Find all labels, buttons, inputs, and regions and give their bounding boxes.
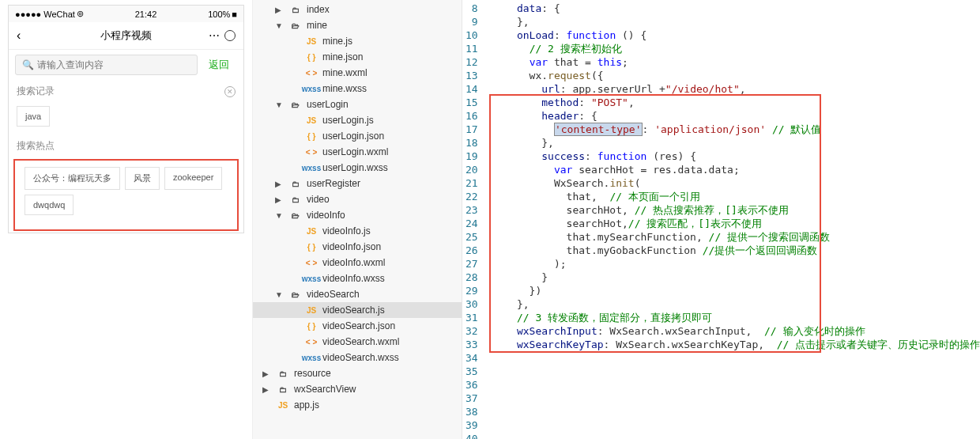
json-icon: { } — [300, 53, 322, 62]
menu-dots-icon[interactable]: ⋯ — [209, 29, 220, 42]
code-line[interactable]: var that = this; — [486, 55, 980, 69]
file-tree[interactable]: ▶🗀index▼🗁mineJSmine.js{ }mine.json< >min… — [253, 0, 462, 439]
code-line[interactable]: onLoad: function () { — [486, 28, 980, 42]
wxss-icon: wxss — [300, 354, 322, 362]
gutter: 8910111213141516171819202122232425262728… — [462, 0, 486, 439]
file-item[interactable]: < >userLogin.wxml — [253, 144, 462, 160]
file-item[interactable]: { }mine.json — [253, 49, 462, 65]
toggle-icon[interactable]: ▶ — [262, 369, 272, 378]
file-item[interactable]: wxssvideoInfo.wxss — [253, 271, 462, 286]
folder-item[interactable]: ▼🗁userLogin — [253, 97, 462, 112]
file-item[interactable]: < >videoSearch.wxml — [253, 334, 462, 350]
code-line[interactable]: data: { — [486, 2, 980, 15]
code-line[interactable]: searchHot,// 搜索匹配，[]表示不使用 — [486, 217, 980, 230]
file-item[interactable]: JSvideoSearch.js — [253, 302, 462, 318]
folder-icon: 🗀 — [272, 385, 294, 394]
return-button[interactable]: 返回 — [201, 55, 237, 75]
file-item[interactable]: { }userLogin.json — [253, 128, 462, 144]
code-line[interactable]: WxSearch.init( — [486, 176, 980, 190]
search-input-wrap[interactable]: 🔍 — [15, 55, 198, 75]
code-line[interactable]: }) — [486, 284, 980, 297]
file-label: index — [307, 4, 330, 15]
code-line[interactable]: method: "POST", — [486, 96, 980, 109]
toggle-icon[interactable]: ▼ — [275, 21, 285, 30]
tag-item[interactable]: zookeeper — [164, 167, 222, 190]
code-line[interactable]: url: app.serverUrl +"/video/hot", — [486, 82, 980, 96]
file-label: videoSearch.json — [322, 320, 395, 331]
wxss-icon: wxss — [300, 164, 322, 172]
toggle-icon[interactable]: ▶ — [275, 6, 285, 14]
code-line[interactable]: success: function (res) { — [486, 149, 980, 163]
code-line[interactable]: } — [486, 271, 980, 284]
history-header: 搜索记录 ✕ — [9, 80, 243, 103]
code-line[interactable]: ); — [486, 257, 980, 271]
folder-item[interactable]: ▶🗀userRegister — [253, 176, 462, 191]
folder-item[interactable]: ▼🗁mine — [253, 17, 462, 33]
file-label: wxSearchView — [294, 384, 356, 395]
hot-label: 搜索热点 — [17, 139, 55, 153]
battery-icon: ■ — [232, 9, 237, 19]
folder-item[interactable]: ▶🗀wxSearchView — [253, 381, 462, 397]
file-label: videoSearch.js — [322, 305, 385, 316]
code-line[interactable]: // 3 转发函数，固定部分，直接拷贝即可 — [486, 311, 980, 324]
search-icon: 🔍 — [22, 59, 34, 70]
toggle-icon[interactable]: ▼ — [275, 100, 285, 109]
file-item[interactable]: < >videoInfo.wxml — [253, 255, 462, 271]
folder-item[interactable]: ▶🗀video — [253, 191, 462, 207]
file-item[interactable]: wxssuserLogin.wxss — [253, 160, 462, 176]
search-row: 🔍 返回 — [9, 50, 243, 80]
code-editor[interactable]: 8910111213141516171819202122232425262728… — [462, 0, 980, 439]
tag-item[interactable]: 风景 — [125, 167, 160, 190]
code-line[interactable]: wx.request({ — [486, 69, 980, 82]
code-line[interactable]: }, — [486, 297, 980, 311]
code-line[interactable]: // 2 搜索栏初始化 — [486, 42, 980, 55]
code-line[interactable]: header: { — [486, 109, 980, 123]
search-input[interactable] — [37, 59, 190, 70]
file-item[interactable]: JSvideoInfo.js — [253, 223, 462, 239]
clear-history-icon[interactable]: ✕ — [224, 86, 236, 97]
file-item[interactable]: JSuserLogin.js — [253, 112, 462, 128]
file-label: userLogin.js — [322, 115, 374, 126]
folder-icon: 🗀 — [285, 6, 307, 14]
file-item[interactable]: < >mine.wxml — [253, 65, 462, 81]
code-body[interactable]: data: { }, onLoad: function () { // 2 搜索… — [486, 0, 980, 439]
file-item[interactable]: wxssvideoSearch.wxss — [253, 350, 462, 365]
file-label: userLogin.wxml — [322, 146, 388, 157]
code-line[interactable]: that.myGobackFunction //提供一个返回回调函数 — [486, 244, 980, 257]
folder-item[interactable]: ▶🗀resource — [253, 365, 462, 381]
toggle-icon[interactable]: ▶ — [262, 385, 272, 394]
json-icon: { } — [300, 322, 322, 331]
target-icon[interactable] — [224, 30, 236, 41]
folder-item[interactable]: ▶🗀index — [253, 2, 462, 17]
code-line[interactable]: 'content-type': 'application/json' // 默认… — [486, 123, 980, 136]
folder-item[interactable]: ▼🗁videoInfo — [253, 207, 462, 223]
file-item[interactable]: JSmine.js — [253, 33, 462, 49]
toggle-icon[interactable]: ▼ — [275, 211, 285, 220]
folder-item[interactable]: ▼🗁videoSearch — [253, 286, 462, 302]
toggle-icon[interactable]: ▶ — [275, 180, 285, 188]
toggle-icon[interactable]: ▶ — [275, 195, 285, 204]
code-line[interactable]: wxSearchInput: WxSearch.wxSearchInput, /… — [486, 324, 980, 338]
file-item[interactable]: JSapp.js — [253, 397, 462, 413]
code-line[interactable]: searchHot, // 热点搜索推荐，[]表示不使用 — [486, 203, 980, 217]
file-item[interactable]: { }videoInfo.json — [253, 239, 462, 255]
phone-frame: ●●●●● WeChat⊚ 21:42 100%■ ‹ 小程序视频 ⋯ 🔍 返回… — [8, 5, 244, 233]
file-item[interactable]: { }videoSearch.json — [253, 318, 462, 334]
tag-item[interactable]: dwqdwq — [24, 195, 74, 215]
toggle-icon[interactable]: ▼ — [275, 290, 285, 299]
file-label: videoInfo.js — [322, 225, 371, 237]
code-line[interactable]: }, — [486, 15, 980, 28]
code-line[interactable]: }, — [486, 136, 980, 149]
js-icon: JS — [300, 306, 322, 315]
tag-item[interactable]: 公众号：编程玩天多 — [24, 167, 120, 190]
folder-icon: 🗀 — [272, 369, 294, 378]
code-line[interactable]: wxSearchKeyTap: WxSearch.wxSearchKeyTap,… — [486, 338, 980, 351]
file-item[interactable]: wxssmine.wxss — [253, 81, 462, 97]
code-line[interactable]: that.mySearchFunction, // 提供一个搜索回调函数 — [486, 230, 980, 244]
back-icon[interactable]: ‹ — [17, 28, 21, 43]
code-line[interactable]: var searchHot = res.data.data; — [486, 163, 980, 176]
js-icon: JS — [300, 37, 322, 46]
wxml-icon: < > — [300, 259, 322, 267]
code-line[interactable]: that, // 本页面一个引用 — [486, 190, 980, 203]
tag-item[interactable]: java — [17, 106, 50, 127]
